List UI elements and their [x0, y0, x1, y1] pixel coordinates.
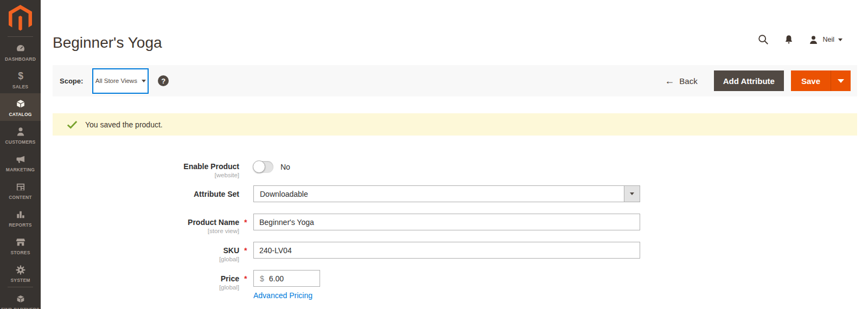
price-field: $ — [253, 270, 320, 287]
required-asterisk: * — [244, 274, 247, 283]
sidebar-item-customers[interactable]: CUSTOMERS — [0, 121, 41, 149]
content-icon — [15, 181, 26, 192]
sidebar-item-label: FIND PARTNERS — [1, 307, 40, 309]
back-arrow-icon: ← — [665, 76, 674, 86]
sidebar-item-stores[interactable]: STORES — [0, 231, 41, 259]
price-label: Price [global] — [41, 274, 239, 291]
page-title: Beginner's Yoga — [53, 34, 162, 52]
toggle-knob — [253, 160, 265, 173]
scope-note: [global] — [41, 256, 239, 262]
magento-admin-app: DASHBOARD $ SALES CATALOG CUSTOMERS MARK… — [0, 0, 868, 309]
sku-label: SKU [global] — [41, 246, 239, 262]
sidebar-item-marketing[interactable]: MARKETING — [0, 149, 41, 176]
search-icon[interactable] — [757, 34, 769, 46]
magento-logo-icon[interactable] — [9, 5, 32, 32]
sku-input[interactable] — [253, 242, 640, 259]
chevron-down-icon — [838, 38, 843, 41]
required-asterisk: * — [244, 218, 247, 227]
enable-product-field: No — [253, 161, 290, 173]
checkmark-icon — [67, 120, 78, 129]
back-label: Back — [679, 76, 697, 86]
sidebar-item-find-partners[interactable]: FIND PARTNERS — [0, 288, 41, 309]
sidebar-item-label: REPORTS — [9, 222, 32, 228]
price-input-box: $ — [253, 270, 320, 287]
attribute-set-label: Attribute Set — [41, 190, 239, 198]
scope-note: [global] — [41, 284, 239, 291]
sidebar-item-catalog[interactable]: CATALOG — [0, 93, 41, 121]
sidebar-divider — [8, 287, 33, 287]
find-partners-icon — [15, 293, 26, 305]
required-asterisk: * — [244, 246, 247, 255]
toolbar-actions: ← Back Add Attribute Save — [665, 70, 851, 91]
sidebar-item-label: CONTENT — [9, 195, 31, 200]
dashboard-icon — [15, 42, 26, 54]
help-icon[interactable]: ? — [158, 75, 169, 86]
sidebar-item-system[interactable]: SYSTEM — [0, 259, 41, 287]
scope-label: Scope: — [60, 77, 83, 85]
sales-icon: $ — [15, 70, 26, 82]
user-avatar-icon — [808, 35, 819, 45]
sidebar-item-label: STORES — [11, 250, 30, 255]
product-name-field — [253, 214, 640, 230]
currency-symbol: $ — [260, 274, 264, 283]
sidebar-item-reports[interactable]: REPORTS — [0, 204, 41, 231]
select-dropdown-button[interactable] — [624, 186, 640, 202]
success-message-text: You saved the product. — [85, 120, 163, 129]
reports-icon — [15, 208, 26, 220]
marketing-icon — [15, 153, 26, 165]
sidebar-item-label: SYSTEM — [10, 278, 30, 283]
add-attribute-button[interactable]: Add Attribute — [714, 70, 784, 91]
sidebar-item-dashboard[interactable]: DASHBOARD — [0, 38, 41, 66]
sidebar-item-label: MARKETING — [6, 167, 35, 172]
product-name-label: Product Name [store view] — [41, 218, 239, 234]
stores-icon — [15, 236, 26, 248]
customers-icon — [15, 125, 26, 137]
attribute-set-select[interactable]: Downloadable — [253, 185, 640, 202]
user-name: Neil — [822, 36, 834, 43]
sidebar-item-label: CUSTOMERS — [5, 139, 36, 145]
user-menu[interactable]: Neil — [808, 35, 843, 45]
chevron-down-icon — [838, 79, 844, 83]
sidebar-item-content[interactable]: CONTENT — [0, 176, 41, 204]
store-view-value: All Store Views — [95, 78, 137, 84]
sidebar-item-sales[interactable]: $ SALES — [0, 66, 41, 93]
sku-field — [253, 242, 640, 259]
product-name-input[interactable] — [253, 214, 640, 230]
catalog-icon — [15, 98, 26, 110]
toggle-state-text: No — [280, 163, 290, 171]
svg-text:$: $ — [18, 70, 23, 81]
save-button[interactable]: Save — [791, 70, 831, 91]
chevron-down-icon — [630, 192, 634, 195]
notifications-bell-icon[interactable] — [783, 34, 794, 46]
save-options-button[interactable] — [831, 70, 851, 91]
advanced-pricing-link[interactable]: Advanced Pricing — [253, 291, 312, 300]
sidebar-divider — [8, 36, 33, 37]
success-message: You saved the product. — [53, 113, 857, 136]
back-button[interactable]: ← Back — [665, 76, 697, 86]
scope-toolbar: Scope: All Store Views ? ← Back Add Attr… — [53, 65, 857, 96]
system-icon — [15, 263, 26, 275]
attribute-set-value: Downloadable — [254, 190, 624, 198]
sidebar-item-label: CATALOG — [9, 112, 31, 117]
sidebar: DASHBOARD $ SALES CATALOG CUSTOMERS MARK… — [0, 0, 41, 309]
sidebar-item-label: SALES — [12, 84, 28, 89]
enable-product-toggle[interactable] — [253, 161, 273, 173]
scope-note: [website] — [41, 172, 239, 178]
header-actions: Neil — [757, 34, 843, 46]
enable-product-label: Enable Product [website] — [41, 162, 239, 178]
store-view-selector[interactable]: All Store Views — [92, 68, 149, 94]
chevron-down-icon — [142, 80, 146, 82]
main-content: Beginner's Yoga Neil Scope: All Store Vi… — [41, 0, 868, 309]
price-input[interactable] — [269, 274, 312, 283]
save-split-button: Save — [791, 70, 851, 91]
scope-note: [store view] — [41, 228, 239, 234]
sidebar-item-label: DASHBOARD — [5, 56, 36, 62]
attribute-set-field: Downloadable — [253, 185, 640, 202]
